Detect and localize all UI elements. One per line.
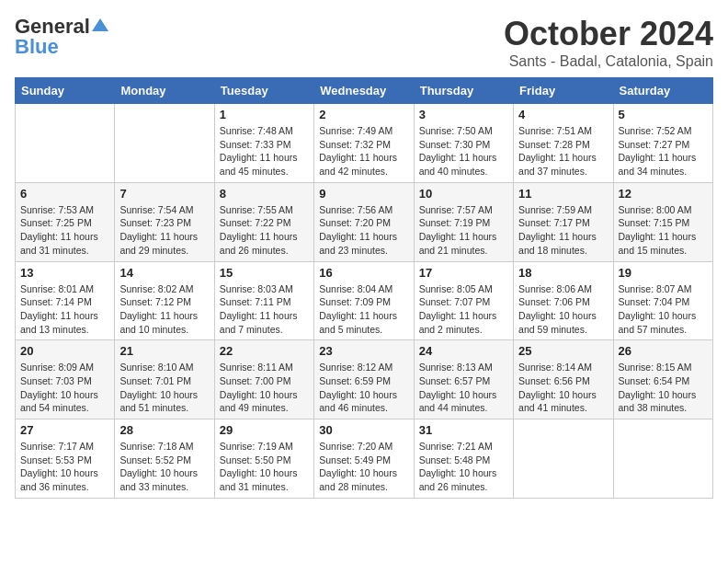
week-row-2: 13Sunrise: 8:01 AM Sunset: 7:14 PM Dayli…	[16, 261, 713, 340]
logo: General Blue	[15, 15, 108, 59]
day-number: 11	[518, 187, 608, 201]
day-number: 18	[518, 266, 608, 280]
day-detail: Sunrise: 7:54 AM Sunset: 7:23 PM Dayligh…	[119, 203, 209, 258]
day-detail: Sunrise: 7:57 AM Sunset: 7:19 PM Dayligh…	[419, 203, 508, 258]
day-detail: Sunrise: 7:51 AM Sunset: 7:28 PM Dayligh…	[518, 124, 608, 178]
day-number: 27	[20, 423, 109, 437]
day-detail: Sunrise: 7:49 AM Sunset: 7:32 PM Dayligh…	[319, 124, 408, 178]
day-cell	[613, 419, 712, 499]
day-detail: Sunrise: 7:52 AM Sunset: 7:27 PM Dayligh…	[619, 124, 708, 178]
day-number: 28	[119, 423, 209, 437]
day-number: 14	[119, 266, 209, 280]
day-detail: Sunrise: 8:03 AM Sunset: 7:11 PM Dayligh…	[220, 282, 309, 337]
day-detail: Sunrise: 7:53 AM Sunset: 7:25 PM Dayligh…	[20, 203, 109, 258]
week-row-4: 27Sunrise: 7:17 AM Sunset: 5:53 PM Dayli…	[16, 419, 713, 499]
day-detail: Sunrise: 8:04 AM Sunset: 7:09 PM Dayligh…	[319, 282, 408, 337]
day-number: 26	[619, 344, 708, 358]
day-number: 15	[220, 266, 309, 280]
day-cell: 29Sunrise: 7:19 AM Sunset: 5:50 PM Dayli…	[214, 419, 313, 499]
day-cell: 14Sunrise: 8:02 AM Sunset: 7:12 PM Dayli…	[115, 261, 214, 340]
week-row-0: 1Sunrise: 7:48 AM Sunset: 7:33 PM Daylig…	[16, 104, 713, 183]
day-cell: 25Sunrise: 8:14 AM Sunset: 6:56 PM Dayli…	[514, 340, 613, 419]
day-number: 1	[220, 108, 309, 121]
day-detail: Sunrise: 7:48 AM Sunset: 7:33 PM Dayligh…	[220, 124, 309, 178]
day-cell: 9Sunrise: 7:56 AM Sunset: 7:20 PM Daylig…	[314, 182, 414, 261]
day-cell: 19Sunrise: 8:07 AM Sunset: 7:04 PM Dayli…	[613, 261, 712, 340]
day-detail: Sunrise: 8:12 AM Sunset: 6:59 PM Dayligh…	[319, 361, 408, 415]
week-row-3: 20Sunrise: 8:09 AM Sunset: 7:03 PM Dayli…	[16, 340, 713, 419]
day-number: 29	[220, 423, 309, 437]
day-cell: 24Sunrise: 8:13 AM Sunset: 6:57 PM Dayli…	[414, 340, 513, 419]
day-number: 23	[319, 344, 408, 358]
day-cell: 23Sunrise: 8:12 AM Sunset: 6:59 PM Dayli…	[314, 340, 414, 419]
day-cell: 4Sunrise: 7:51 AM Sunset: 7:28 PM Daylig…	[514, 104, 613, 183]
day-cell: 12Sunrise: 8:00 AM Sunset: 7:15 PM Dayli…	[613, 182, 712, 261]
day-cell: 18Sunrise: 8:06 AM Sunset: 7:06 PM Dayli…	[514, 261, 613, 340]
day-detail: Sunrise: 8:10 AM Sunset: 7:01 PM Dayligh…	[119, 361, 209, 415]
day-detail: Sunrise: 8:02 AM Sunset: 7:12 PM Dayligh…	[119, 282, 209, 337]
week-row-1: 6Sunrise: 7:53 AM Sunset: 7:25 PM Daylig…	[16, 182, 713, 261]
day-cell: 11Sunrise: 7:59 AM Sunset: 7:17 PM Dayli…	[514, 182, 613, 261]
title-block: October 2024 Sants - Badal, Catalonia, S…	[504, 15, 713, 70]
day-cell: 3Sunrise: 7:50 AM Sunset: 7:30 PM Daylig…	[414, 104, 513, 183]
day-cell: 21Sunrise: 8:10 AM Sunset: 7:01 PM Dayli…	[115, 340, 214, 419]
day-header-sunday: Sunday	[16, 78, 115, 104]
day-number: 10	[419, 187, 508, 201]
day-cell: 15Sunrise: 8:03 AM Sunset: 7:11 PM Dayli…	[214, 261, 313, 340]
day-cell	[514, 419, 613, 499]
day-detail: Sunrise: 7:59 AM Sunset: 7:17 PM Dayligh…	[518, 203, 608, 258]
day-number: 17	[419, 266, 508, 280]
day-detail: Sunrise: 7:56 AM Sunset: 7:20 PM Dayligh…	[319, 203, 408, 258]
logo-icon	[92, 17, 108, 33]
day-cell: 31Sunrise: 7:21 AM Sunset: 5:48 PM Dayli…	[414, 419, 513, 499]
day-cell: 17Sunrise: 8:05 AM Sunset: 7:07 PM Dayli…	[414, 261, 513, 340]
day-detail: Sunrise: 7:19 AM Sunset: 5:50 PM Dayligh…	[220, 440, 309, 494]
day-detail: Sunrise: 8:06 AM Sunset: 7:06 PM Dayligh…	[518, 282, 608, 337]
day-cell: 30Sunrise: 7:20 AM Sunset: 5:49 PM Dayli…	[314, 419, 414, 499]
day-number: 13	[20, 266, 109, 280]
day-header-friday: Friday	[514, 78, 613, 104]
day-number: 21	[119, 344, 209, 358]
day-number: 8	[220, 187, 309, 201]
day-header-thursday: Thursday	[414, 78, 513, 104]
day-number: 20	[20, 344, 109, 358]
logo-blue: Blue	[15, 35, 59, 59]
day-cell: 28Sunrise: 7:18 AM Sunset: 5:52 PM Dayli…	[115, 419, 214, 499]
day-detail: Sunrise: 7:18 AM Sunset: 5:52 PM Dayligh…	[119, 440, 209, 494]
day-cell: 2Sunrise: 7:49 AM Sunset: 7:32 PM Daylig…	[314, 104, 414, 183]
day-header-tuesday: Tuesday	[214, 78, 313, 104]
day-cell: 7Sunrise: 7:54 AM Sunset: 7:23 PM Daylig…	[115, 182, 214, 261]
day-detail: Sunrise: 8:13 AM Sunset: 6:57 PM Dayligh…	[419, 361, 508, 415]
day-detail: Sunrise: 8:07 AM Sunset: 7:04 PM Dayligh…	[619, 282, 708, 337]
day-cell	[16, 104, 115, 183]
day-number: 7	[119, 187, 209, 201]
day-cell: 5Sunrise: 7:52 AM Sunset: 7:27 PM Daylig…	[613, 104, 712, 183]
day-detail: Sunrise: 8:00 AM Sunset: 7:15 PM Dayligh…	[619, 203, 708, 258]
svg-marker-0	[92, 18, 108, 31]
day-number: 22	[220, 344, 309, 358]
day-detail: Sunrise: 8:05 AM Sunset: 7:07 PM Dayligh…	[419, 282, 508, 337]
month-title: October 2024	[504, 15, 713, 53]
day-cell: 13Sunrise: 8:01 AM Sunset: 7:14 PM Dayli…	[16, 261, 115, 340]
day-header-wednesday: Wednesday	[314, 78, 414, 104]
day-number: 2	[319, 108, 408, 121]
day-header-saturday: Saturday	[613, 78, 712, 104]
day-number: 16	[319, 266, 408, 280]
header-row: SundayMondayTuesdayWednesdayThursdayFrid…	[16, 78, 713, 104]
day-number: 3	[419, 108, 508, 121]
day-detail: Sunrise: 7:55 AM Sunset: 7:22 PM Dayligh…	[220, 203, 309, 258]
day-detail: Sunrise: 8:09 AM Sunset: 7:03 PM Dayligh…	[20, 361, 109, 415]
day-number: 24	[419, 344, 508, 358]
day-cell: 20Sunrise: 8:09 AM Sunset: 7:03 PM Dayli…	[16, 340, 115, 419]
day-number: 9	[319, 187, 408, 201]
day-detail: Sunrise: 8:01 AM Sunset: 7:14 PM Dayligh…	[20, 282, 109, 337]
page-header: General Blue October 2024 Sants - Badal,…	[15, 15, 713, 70]
day-number: 31	[419, 423, 508, 437]
day-cell: 6Sunrise: 7:53 AM Sunset: 7:25 PM Daylig…	[16, 182, 115, 261]
day-cell	[115, 104, 214, 183]
day-number: 25	[518, 344, 608, 358]
day-cell: 10Sunrise: 7:57 AM Sunset: 7:19 PM Dayli…	[414, 182, 513, 261]
day-detail: Sunrise: 8:15 AM Sunset: 6:54 PM Dayligh…	[619, 361, 708, 415]
day-number: 4	[518, 108, 608, 121]
calendar-table: SundayMondayTuesdayWednesdayThursdayFrid…	[15, 77, 713, 499]
